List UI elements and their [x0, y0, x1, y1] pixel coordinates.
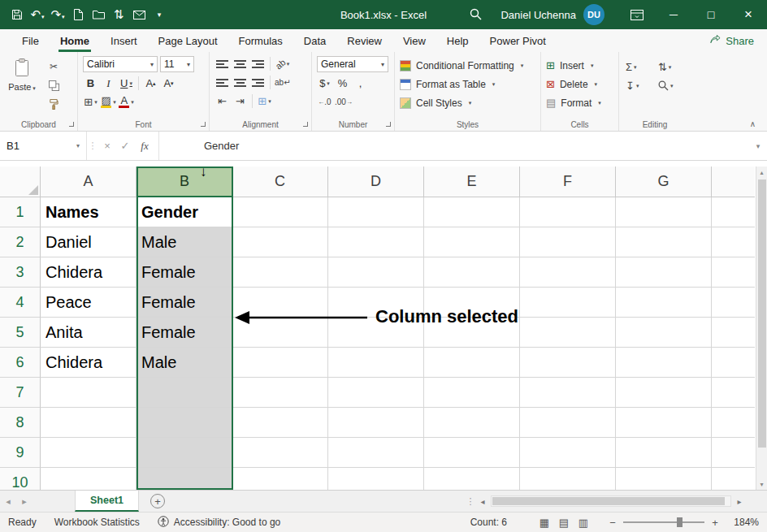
- font-size-select[interactable]: 11▾: [160, 56, 194, 72]
- cell-D8[interactable]: [328, 408, 424, 438]
- tab-insert[interactable]: Insert: [100, 29, 148, 52]
- horizontal-scrollbar[interactable]: [491, 495, 731, 507]
- cell-F9[interactable]: [520, 438, 616, 468]
- fill-color-icon[interactable]: ▨: [101, 94, 116, 110]
- decrease-font-size-button[interactable]: A▾: [161, 76, 176, 91]
- align-left-icon[interactable]: [214, 75, 230, 90]
- sort-filter-button[interactable]: ⇅: [658, 61, 684, 73]
- decrease-decimal-icon[interactable]: .00: [335, 94, 353, 110]
- page-layout-view-icon[interactable]: ▤: [554, 514, 574, 530]
- cell-B7[interactable]: [136, 378, 232, 408]
- cell-F1[interactable]: [520, 197, 616, 227]
- zoom-in-icon[interactable]: +: [710, 517, 720, 529]
- cell-A4[interactable]: Peace: [41, 288, 136, 318]
- open-folder-icon[interactable]: [89, 4, 107, 25]
- zoom-slider-thumb[interactable]: [677, 517, 682, 527]
- cell-E8[interactable]: [424, 408, 520, 438]
- paste-button[interactable]: Paste: [5, 56, 39, 111]
- cell-E3[interactable]: [424, 257, 520, 288]
- cell-G6[interactable]: [616, 348, 712, 378]
- collapse-ribbon-icon[interactable]: ∧: [750, 119, 756, 128]
- cell-F4[interactable]: [520, 288, 616, 318]
- conditional-formatting-button[interactable]: Conditional Formatting: [400, 56, 535, 75]
- autosum-button[interactable]: Σ: [626, 61, 650, 73]
- normal-view-icon[interactable]: ▦: [535, 514, 554, 530]
- cell-F7[interactable]: [520, 378, 616, 408]
- cell-C6[interactable]: [232, 348, 328, 378]
- row-header-7[interactable]: 7: [0, 378, 41, 408]
- alignment-dialog-launcher-icon[interactable]: [303, 122, 308, 127]
- row-header-5[interactable]: 5: [0, 318, 41, 348]
- cell-G10[interactable]: [616, 468, 712, 490]
- comma-icon[interactable]: ,: [353, 76, 368, 91]
- row-header-8[interactable]: 8: [0, 408, 41, 438]
- font-name-select[interactable]: Calibri▾: [83, 56, 158, 72]
- tab-home[interactable]: Home: [50, 29, 100, 52]
- cell-A6[interactable]: Chidera: [41, 348, 136, 378]
- prev-sheet-icon[interactable]: ◂: [0, 496, 16, 507]
- search-icon[interactable]: [470, 8, 482, 24]
- cell-E7[interactable]: [424, 378, 520, 408]
- merge-center-icon[interactable]: ⊞: [257, 93, 272, 109]
- cell-C9[interactable]: [232, 438, 328, 468]
- cell-A3[interactable]: Chidera: [41, 257, 136, 288]
- cell-A5[interactable]: Anita: [41, 318, 136, 348]
- cell-C7[interactable]: [232, 378, 328, 408]
- cell-A7[interactable]: [41, 378, 136, 408]
- ribbon-display-options-icon[interactable]: [630, 9, 644, 24]
- number-format-select[interactable]: General▾: [317, 56, 388, 72]
- column-header-G[interactable]: G: [616, 167, 712, 197]
- email-icon[interactable]: [130, 4, 148, 25]
- increase-font-size-button[interactable]: A▴: [143, 76, 158, 91]
- enter-icon[interactable]: ✓: [116, 140, 134, 152]
- name-box-chevron-icon[interactable]: ▾: [76, 142, 80, 149]
- row-header-10[interactable]: 10: [0, 468, 41, 490]
- font-color-icon[interactable]: A: [119, 94, 134, 110]
- tab-formulas[interactable]: Formulas: [228, 29, 293, 52]
- maximize-button[interactable]: □: [692, 0, 730, 29]
- format-cells-button[interactable]: ▤ Format: [546, 93, 613, 112]
- row-header-6[interactable]: 6: [0, 348, 41, 378]
- column-header-B[interactable]: B: [136, 167, 232, 197]
- formula-bar-splitter[interactable]: ⋮: [87, 132, 98, 160]
- workbook-statistics-button[interactable]: Workbook Statistics: [54, 517, 140, 528]
- scroll-down-icon[interactable]: ▾: [756, 478, 767, 490]
- tab-help[interactable]: Help: [436, 29, 479, 52]
- increase-decimal-icon[interactable]: .0: [317, 94, 332, 110]
- cell-B6[interactable]: Male: [136, 348, 232, 378]
- redo-icon[interactable]: ↷: [49, 4, 67, 25]
- increase-indent-icon[interactable]: ⇥: [232, 93, 248, 109]
- cell-F5[interactable]: [520, 318, 616, 348]
- cell-D3[interactable]: [328, 257, 424, 288]
- cell-E10[interactable]: [424, 468, 520, 490]
- percent-icon[interactable]: %: [335, 76, 350, 91]
- page-break-view-icon[interactable]: ▥: [574, 514, 593, 530]
- cell-E6[interactable]: [424, 348, 520, 378]
- avatar[interactable]: DU: [583, 4, 604, 25]
- cancel-icon[interactable]: ×: [98, 140, 116, 152]
- align-top-icon[interactable]: [214, 56, 230, 71]
- minimize-button[interactable]: ─: [655, 0, 692, 29]
- cell-D9[interactable]: [328, 438, 424, 468]
- cell-B10[interactable]: [136, 468, 232, 490]
- zoom-level[interactable]: 184%: [726, 517, 759, 528]
- cell-B9[interactable]: [136, 438, 232, 468]
- cell-A8[interactable]: [41, 408, 136, 438]
- cell-E2[interactable]: [424, 227, 520, 257]
- insert-function-icon[interactable]: fx: [134, 140, 155, 153]
- cell-B4[interactable]: Female: [136, 288, 232, 318]
- column-header-D[interactable]: D: [328, 167, 424, 197]
- cell-B5[interactable]: Female: [136, 318, 232, 348]
- wrap-text-icon[interactable]: ab↵: [275, 75, 291, 90]
- format-as-table-button[interactable]: Format as Table: [400, 75, 535, 93]
- cut-icon[interactable]: ✂: [44, 59, 63, 74]
- cell-F10[interactable]: [520, 468, 616, 490]
- tab-data[interactable]: Data: [293, 29, 336, 52]
- cell-A2[interactable]: Daniel: [41, 227, 136, 257]
- fill-button[interactable]: ↧: [626, 80, 650, 92]
- cell-G1[interactable]: [616, 197, 712, 227]
- underline-button[interactable]: U: [119, 76, 134, 91]
- account-area[interactable]: Daniel Uchenna DU: [500, 0, 604, 29]
- orientation-icon[interactable]: ab: [275, 56, 290, 71]
- cell-B2[interactable]: Male: [136, 227, 232, 257]
